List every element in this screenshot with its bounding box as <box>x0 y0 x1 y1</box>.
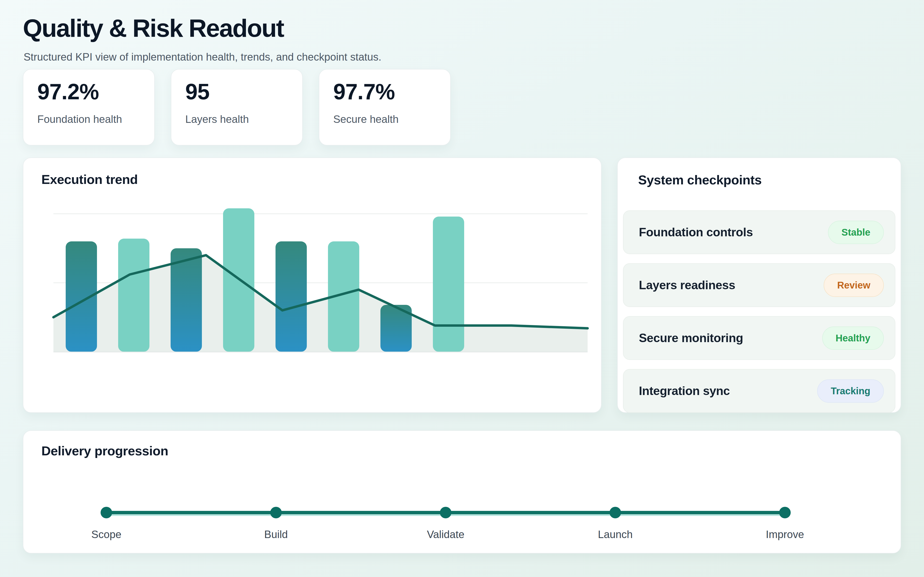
timeline-dot-scope <box>100 507 112 518</box>
delivery-progression-card: Delivery progression ScopeBuildValidateL… <box>23 430 901 553</box>
checkpoint-row-foundation-controls: Foundation controls Stable <box>623 210 895 254</box>
timeline-stage-label: Launch <box>598 529 633 540</box>
execution-trend-title: Execution trend <box>41 172 138 187</box>
timeline-stage-label: Validate <box>427 529 464 540</box>
timeline-stage-label: Build <box>264 529 288 540</box>
kpi-label: Foundation health <box>37 113 122 125</box>
dashboard: Quality & Risk Readout Structured KPI vi… <box>0 0 924 577</box>
kpi-label: Layers health <box>185 113 249 125</box>
execution-trend-chart <box>53 200 588 359</box>
status-badge: Healthy <box>822 327 884 350</box>
checkpoint-row-integration-sync: Integration sync Tracking <box>623 369 895 413</box>
checkpoint-list: Foundation controls Stable Layers readin… <box>623 210 895 413</box>
checkpoint-row-secure-monitoring: Secure monitoring Healthy <box>623 316 895 360</box>
timeline-dot-build <box>270 507 282 518</box>
kpi-value: 97.7% <box>333 79 395 104</box>
delivery-timeline: ScopeBuildValidateLaunchImprove <box>107 505 785 542</box>
status-badge: Tracking <box>817 379 884 403</box>
kpi-card-secure-health: 97.7% Secure health <box>319 69 451 145</box>
timeline-stage-label: Scope <box>91 529 121 540</box>
system-checkpoints-title: System checkpoints <box>638 172 762 187</box>
checkpoint-row-layers-readiness: Layers readiness Review <box>623 263 895 307</box>
kpi-card-layers-health: 95 Layers health <box>171 69 303 145</box>
checkpoint-label: Integration sync <box>639 384 730 398</box>
checkpoint-label: Layers readiness <box>639 278 735 292</box>
checkpoint-label: Foundation controls <box>639 225 753 239</box>
timeline-dot-improve <box>779 507 791 518</box>
page-title: Quality & Risk Readout <box>23 14 284 43</box>
timeline-dot-launch <box>609 507 621 518</box>
system-checkpoints-card: System checkpoints Foundation controls S… <box>617 158 901 413</box>
status-badge: Stable <box>828 221 884 244</box>
kpi-label: Secure health <box>333 113 399 125</box>
kpi-value: 97.2% <box>37 79 99 104</box>
timeline-dot-validate <box>440 507 451 518</box>
timeline-stage-label: Improve <box>766 529 804 540</box>
page-subtitle: Structured KPI view of implementation he… <box>24 51 381 63</box>
status-badge: Review <box>824 274 884 297</box>
execution-trend-card: Execution trend <box>23 158 602 413</box>
kpi-card-foundation-health: 97.2% Foundation health <box>23 69 155 145</box>
checkpoint-label: Secure monitoring <box>639 331 743 345</box>
kpi-value: 95 <box>185 79 209 104</box>
delivery-progression-title: Delivery progression <box>41 443 168 458</box>
